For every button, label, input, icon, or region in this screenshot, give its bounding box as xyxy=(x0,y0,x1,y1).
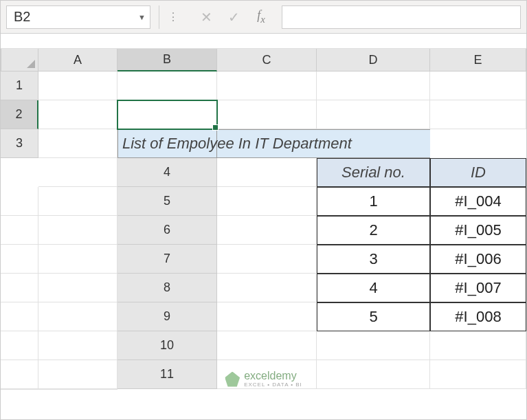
cell-E10[interactable] xyxy=(38,360,117,389)
cell-D1[interactable] xyxy=(317,71,430,100)
separator xyxy=(159,5,159,29)
col-header-B[interactable]: B xyxy=(117,49,217,71)
row-header-2[interactable]: 2 xyxy=(1,100,38,129)
cell-E9[interactable] xyxy=(38,331,117,360)
table-row[interactable]: #I_006 xyxy=(430,245,526,274)
row-header-8[interactable]: 8 xyxy=(117,274,217,302)
cell-A2[interactable] xyxy=(38,100,117,129)
cell-A10[interactable] xyxy=(217,331,317,360)
table-row[interactable]: 1 xyxy=(317,187,430,216)
cell-B11[interactable] xyxy=(317,360,430,389)
cell-A6[interactable] xyxy=(217,216,317,245)
cell-B10[interactable] xyxy=(317,331,430,360)
chevron-down-icon[interactable]: ▼ xyxy=(138,13,146,21)
cell-D5[interactable] xyxy=(1,216,38,245)
col-header-A[interactable]: A xyxy=(38,49,117,71)
row-header-1[interactable]: 1 xyxy=(1,71,38,100)
table-row[interactable]: 4 xyxy=(317,274,430,302)
enter-icon[interactable]: ✓ xyxy=(220,9,247,25)
cell-E3[interactable] xyxy=(38,158,117,187)
cell-A8[interactable] xyxy=(217,274,317,302)
cell-C11[interactable] xyxy=(430,360,526,389)
fx-icon[interactable]: fx xyxy=(247,8,275,25)
cell-B2[interactable] xyxy=(117,100,217,129)
cell-D8[interactable] xyxy=(1,302,38,331)
cell-A11[interactable] xyxy=(217,360,317,389)
col-header-E[interactable]: E xyxy=(430,49,526,71)
header-serial[interactable]: Serial no. xyxy=(317,158,430,187)
row-header-5[interactable]: 5 xyxy=(117,187,217,216)
row-header-9[interactable]: 9 xyxy=(117,302,217,331)
row-header-6[interactable]: 6 xyxy=(117,216,217,245)
col-header-D[interactable]: D xyxy=(317,49,430,71)
cell-A9[interactable] xyxy=(217,302,317,331)
select-all-corner[interactable] xyxy=(1,49,38,71)
cell-B1[interactable] xyxy=(117,71,217,100)
dots-icon: ⋮ xyxy=(168,10,180,23)
cell-D11[interactable] xyxy=(1,389,38,390)
table-title[interactable]: List of Empolyee In IT Department xyxy=(117,129,217,158)
cancel-icon[interactable]: ✕ xyxy=(192,9,220,25)
cell-A5[interactable] xyxy=(217,187,317,216)
table-row[interactable]: #I_007 xyxy=(430,274,526,302)
table-row[interactable]: 2 xyxy=(317,216,430,245)
cell-C2[interactable] xyxy=(217,100,317,129)
cell-E1[interactable] xyxy=(430,71,526,100)
cell-E6[interactable] xyxy=(38,245,117,274)
cell-C10[interactable] xyxy=(430,331,526,360)
cell-A1[interactable] xyxy=(38,71,117,100)
formula-bar: B2 ▼ ⋮ ✕ ✓ fx xyxy=(1,1,526,34)
cell-E4[interactable] xyxy=(38,187,117,216)
cell-D6[interactable] xyxy=(1,245,38,274)
col-header-C[interactable]: C xyxy=(217,49,317,71)
row-header-7[interactable]: 7 xyxy=(117,245,217,274)
row-header-11[interactable]: 11 xyxy=(117,360,217,389)
cell-A7[interactable] xyxy=(217,245,317,274)
table-row[interactable]: #I_005 xyxy=(430,216,526,245)
table-row[interactable]: 3 xyxy=(317,245,430,274)
cell-D4[interactable] xyxy=(1,187,38,216)
cell-D2[interactable] xyxy=(317,100,430,129)
header-id[interactable]: ID xyxy=(430,158,526,187)
name-box[interactable]: B2 ▼ xyxy=(6,5,150,29)
cell-E11[interactable] xyxy=(38,389,117,390)
row-header-4[interactable]: 4 xyxy=(117,158,217,187)
name-box-value: B2 xyxy=(14,9,30,25)
cell-E8[interactable] xyxy=(38,302,117,331)
cell-C3[interactable] xyxy=(430,129,526,158)
cell-E7[interactable] xyxy=(38,274,117,302)
cell-D10[interactable] xyxy=(1,360,38,389)
cell-A4[interactable] xyxy=(217,158,317,187)
cell-C1[interactable] xyxy=(217,71,317,100)
cell-D7[interactable] xyxy=(1,274,38,302)
cell-D9[interactable] xyxy=(1,331,38,360)
table-row[interactable]: #I_004 xyxy=(430,187,526,216)
cell-E5[interactable] xyxy=(38,216,117,245)
ribbon-spacer xyxy=(1,34,526,49)
cell-D3[interactable] xyxy=(1,158,38,187)
table-row[interactable]: 5 xyxy=(317,302,430,331)
formula-input[interactable] xyxy=(282,5,521,29)
spreadsheet-grid: A B C D E 1 2 3 List of Empolyee In IT D… xyxy=(1,49,526,390)
row-header-3[interactable]: 3 xyxy=(1,129,38,158)
row-header-10[interactable]: 10 xyxy=(117,331,217,360)
table-row[interactable]: #I_008 xyxy=(430,302,526,331)
cell-E2[interactable] xyxy=(430,100,526,129)
cell-A3[interactable] xyxy=(38,129,117,158)
